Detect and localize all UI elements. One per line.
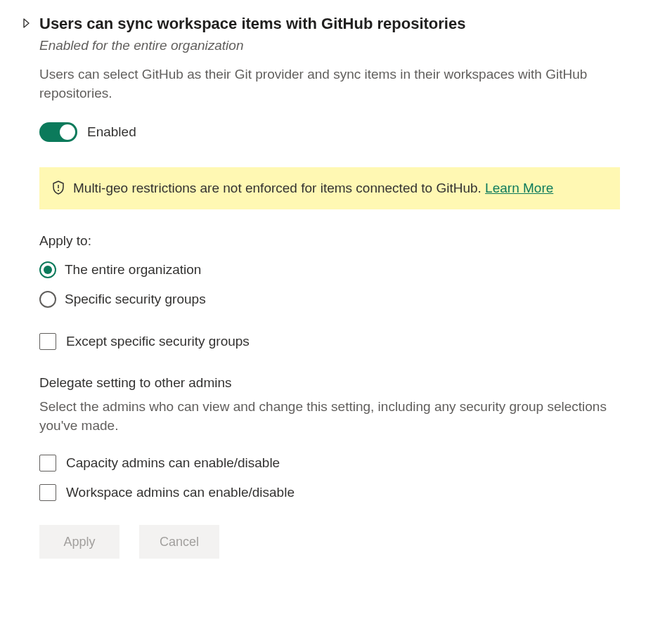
setting-description: Users can select GitHub as their Git pro… xyxy=(39,65,616,103)
radio-entire-org-label: The entire organization xyxy=(65,262,201,278)
capacity-admins-checkbox-row[interactable]: Capacity admins can enable/disable xyxy=(39,455,651,471)
shield-warning-icon xyxy=(52,178,65,197)
delegate-description: Select the admins who can view and chang… xyxy=(39,398,616,435)
checkbox-icon xyxy=(39,333,56,350)
radio-specific-groups-label: Specific security groups xyxy=(65,292,206,307)
checkbox-icon xyxy=(39,484,56,501)
setting-status-subtitle: Enabled for the entire organization xyxy=(39,37,651,55)
toggle-knob xyxy=(60,124,75,140)
setting-title: Users can sync workspace items with GitH… xyxy=(39,14,651,34)
delegate-heading: Delegate setting to other admins xyxy=(39,375,651,391)
enabled-toggle[interactable] xyxy=(39,122,77,142)
action-buttons: Apply Cancel xyxy=(39,525,651,559)
cancel-button[interactable]: Cancel xyxy=(139,525,219,559)
apply-button[interactable]: Apply xyxy=(39,525,119,559)
svg-point-1 xyxy=(58,190,59,191)
radio-icon xyxy=(39,291,56,308)
settings-panel: Users can sync workspace items with GitH… xyxy=(0,0,672,631)
except-groups-checkbox-row[interactable]: Except specific security groups xyxy=(39,333,651,350)
info-banner: Multi-geo restrictions are not enforced … xyxy=(39,167,620,209)
expand-caret-icon[interactable] xyxy=(21,18,31,28)
except-groups-label: Except specific security groups xyxy=(66,334,250,349)
banner-message: Multi-geo restrictions are not enforced … xyxy=(73,181,485,195)
workspace-admins-label: Workspace admins can enable/disable xyxy=(66,485,295,500)
banner-learn-more-link[interactable]: Learn More xyxy=(485,181,553,195)
banner-text: Multi-geo restrictions are not enforced … xyxy=(73,178,553,198)
workspace-admins-checkbox-row[interactable]: Workspace admins can enable/disable xyxy=(39,484,651,501)
enabled-toggle-row: Enabled xyxy=(39,122,651,142)
radio-specific-groups[interactable]: Specific security groups xyxy=(39,291,651,308)
setting-row: Users can sync workspace items with GitH… xyxy=(21,14,651,559)
enabled-toggle-label: Enabled xyxy=(87,124,136,140)
radio-entire-org[interactable]: The entire organization xyxy=(39,261,651,278)
radio-icon xyxy=(39,261,56,278)
expand-caret-column xyxy=(21,14,39,31)
apply-to-label: Apply to: xyxy=(39,233,651,249)
checkbox-icon xyxy=(39,455,56,471)
capacity-admins-label: Capacity admins can enable/disable xyxy=(66,455,280,471)
setting-content: Users can sync workspace items with GitH… xyxy=(39,14,651,559)
